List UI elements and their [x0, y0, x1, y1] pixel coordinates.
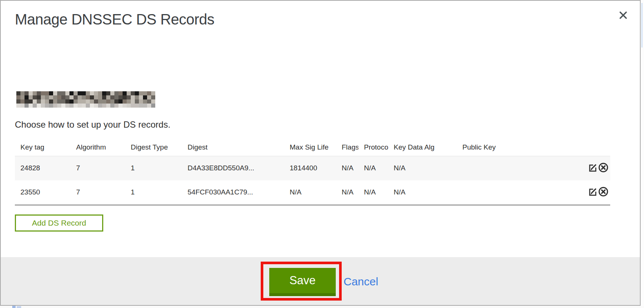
cell-key-data-alg: N/A	[388, 156, 457, 180]
table-header-row: Key tag Algorithm Digest Type Digest Max…	[15, 137, 610, 156]
cell-protocol: N/A	[358, 180, 388, 205]
delete-circle-x-icon	[598, 168, 608, 174]
header-actions	[587, 137, 610, 156]
close-button[interactable]	[617, 9, 630, 22]
cell-digest-type: 1	[125, 180, 182, 205]
cell-max-sig-life: 1814400	[284, 156, 336, 180]
table-row: 23550 7 1 54FCF030AA1C79... N/A N/A N/A …	[15, 180, 610, 205]
redacted-domain	[16, 91, 155, 108]
cell-key-tag: 24828	[15, 156, 71, 180]
close-icon	[618, 10, 628, 22]
edit-record-button[interactable]	[588, 187, 598, 198]
cell-protocol: N/A	[358, 156, 388, 180]
delete-record-button[interactable]	[598, 187, 608, 198]
background-page-fragment	[12, 306, 16, 308]
header-key-data-alg: Key Data Alg	[388, 137, 457, 156]
header-public-key: Public Key	[457, 137, 587, 156]
header-protocol: Protocol	[358, 137, 388, 156]
header-digest: Digest	[182, 137, 284, 156]
cell-key-data-alg: N/A	[388, 180, 457, 205]
cell-algorithm: 7	[71, 156, 125, 180]
header-key-tag: Key tag	[15, 137, 71, 156]
edit-record-button[interactable]	[588, 163, 598, 174]
cell-flags: N/A	[336, 156, 358, 180]
header-digest-type: Digest Type	[125, 137, 182, 156]
modal-title: Manage DNSSEC DS Records	[15, 11, 214, 28]
cell-digest-type: 1	[125, 156, 182, 180]
setup-instruction: Choose how to set up your DS records.	[15, 119, 170, 130]
cell-public-key	[457, 156, 587, 180]
background-scrollbar-sliver	[641, 3, 643, 47]
cell-public-key	[457, 180, 587, 205]
modal-footer: Save Cancel	[1, 257, 640, 305]
cell-digest: 54FCF030AA1C79...	[182, 180, 284, 205]
cell-flags: N/A	[336, 180, 358, 205]
header-algorithm: Algorithm	[71, 137, 125, 156]
add-ds-record-button[interactable]: Add DS Record	[15, 214, 103, 232]
cell-max-sig-life: N/A	[284, 180, 336, 205]
ds-records-table: Key tag Algorithm Digest Type Digest Max…	[15, 137, 610, 206]
dnssec-ds-records-modal: Manage DNSSEC DS Records Choose how to s…	[0, 0, 641, 306]
delete-record-button[interactable]	[598, 163, 608, 174]
cancel-link[interactable]: Cancel	[344, 275, 378, 288]
edit-icon	[588, 192, 598, 198]
header-flags: Flags	[336, 137, 358, 156]
header-max-sig-life: Max Sig Life	[284, 137, 336, 156]
table-row: 24828 7 1 D4A33E8DD550A9... 1814400 N/A …	[15, 156, 610, 180]
cell-key-tag: 23550	[15, 180, 71, 205]
background-page-strip	[0, 306, 644, 308]
save-button[interactable]: Save	[269, 268, 336, 296]
cell-digest: D4A33E8DD550A9...	[182, 156, 284, 180]
cell-algorithm: 7	[71, 180, 125, 205]
edit-icon	[588, 168, 598, 174]
background-page-fragment	[17, 306, 21, 308]
delete-circle-x-icon	[598, 192, 608, 198]
